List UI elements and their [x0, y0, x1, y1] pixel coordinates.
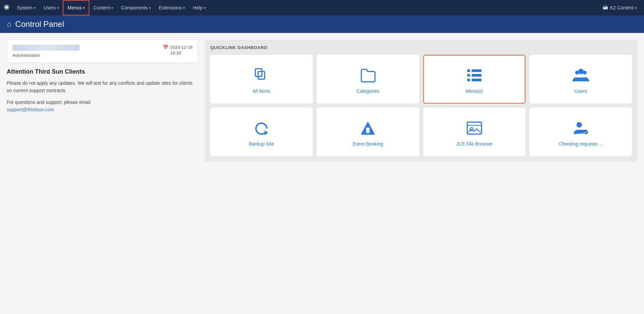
all-items-icon	[253, 67, 270, 84]
menus-label: Menu(s)	[466, 88, 483, 94]
nav-content[interactable]: Content ▾	[89, 0, 117, 15]
users-label: Users	[574, 88, 587, 94]
date-row: 📅 2020-12-16	[163, 45, 193, 50]
page-header: ⌂ Control Panel	[0, 15, 644, 33]
top-navigation: ✳ System ▾ Users ▾ Menus ▾ Content ▾ Com…	[0, 0, 644, 15]
svg-marker-11	[265, 130, 268, 135]
announcement-para1: Please do not apply any updates. We will…	[7, 79, 198, 94]
svg-rect-4	[467, 74, 470, 77]
dash-card-jce-file-browser[interactable]: JCE File Browser	[423, 108, 526, 156]
event-booking-icon	[359, 119, 377, 137]
dash-card-backup-site[interactable]: Backup Site	[210, 108, 313, 156]
svg-point-8	[578, 69, 584, 74]
categories-icon	[359, 67, 377, 84]
svg-rect-5	[472, 74, 481, 77]
dash-card-all-items[interactable]: All Items	[210, 55, 313, 104]
mountain-icon: 🏔	[603, 5, 608, 11]
svg-rect-7	[472, 79, 481, 81]
blurred-user-info	[12, 45, 80, 51]
dash-card-menus[interactable]: Menu(s)	[423, 55, 526, 104]
chevron-down-icon: ▾	[111, 6, 113, 10]
admin-label: Administration	[12, 53, 80, 58]
chevron-down-icon: ▾	[83, 6, 85, 10]
chevron-down-icon: ▾	[149, 6, 151, 10]
nav-help[interactable]: Help ▾	[189, 0, 210, 15]
nav-k2-content[interactable]: 🏔 K2 Content ▾	[599, 0, 641, 15]
date-value: 2020-12-16	[170, 45, 193, 50]
all-items-label: All Items	[253, 88, 271, 94]
chevron-down-icon: ▾	[204, 6, 206, 10]
chevron-down-icon: ▾	[57, 6, 59, 10]
dash-card-categories[interactable]: Categories	[317, 55, 419, 104]
svg-rect-14	[366, 128, 370, 130]
dash-card-checking-requests[interactable]: Checking requests ...	[529, 108, 632, 156]
svg-point-17	[576, 122, 582, 128]
time-row: 14:16	[163, 50, 181, 55]
joomla-logo: ✳	[3, 3, 9, 12]
announcement-title: Attention Third Sun Clients	[7, 68, 198, 75]
svg-rect-6	[467, 79, 470, 81]
dashboard-title: QUICKLINK DASHBOARD	[210, 45, 632, 50]
backup-icon	[253, 119, 270, 137]
checking-requests-icon	[572, 119, 590, 137]
support-email-link[interactable]: support@thirdsun.com	[7, 107, 54, 112]
chevron-down-icon: ▾	[635, 6, 637, 10]
date-section: 📅 2020-12-16 14:16	[163, 45, 193, 55]
categories-label: Categories	[356, 88, 379, 94]
calendar-icon: 📅	[163, 45, 168, 50]
dash-card-event-booking[interactable]: Event Booking	[317, 108, 419, 156]
svg-rect-3	[472, 70, 481, 72]
dashboard-grid: All Items Categories Menu(s	[210, 55, 632, 156]
left-panel: Administration 📅 2020-12-16 14:16 Attent…	[7, 40, 198, 162]
users-icon	[572, 67, 590, 84]
nav-extensions[interactable]: Extensions ▾	[155, 0, 189, 15]
announcement-para2: For questions and support, please email …	[7, 99, 198, 114]
jce-file-browser-label: JCE File Browser	[456, 141, 492, 147]
page-title: Control Panel	[15, 19, 64, 29]
svg-point-10	[583, 71, 586, 75]
time-value: 14:16	[170, 50, 181, 55]
menus-icon	[466, 67, 483, 84]
jce-file-browser-icon	[466, 119, 483, 137]
svg-rect-2	[467, 70, 470, 72]
chevron-down-icon: ▾	[34, 6, 36, 10]
svg-rect-15	[467, 122, 481, 134]
event-booking-label: Event Booking	[353, 141, 383, 147]
main-content: Administration 📅 2020-12-16 14:16 Attent…	[0, 33, 644, 168]
info-card: Administration 📅 2020-12-16 14:16	[7, 40, 198, 63]
backup-site-label: Backup Site	[249, 141, 274, 147]
nav-menus[interactable]: Menus ▾	[63, 0, 89, 15]
announcement-section: Attention Third Sun Clients Please do no…	[7, 68, 198, 114]
dash-card-users[interactable]: Users	[529, 55, 632, 104]
home-icon: ⌂	[7, 20, 11, 29]
user-info-left: Administration	[12, 45, 80, 58]
nav-users[interactable]: Users ▾	[40, 0, 63, 15]
checking-requests-label: Checking requests ...	[559, 141, 603, 147]
nav-components[interactable]: Components ▾	[117, 0, 155, 15]
chevron-down-icon: ▾	[183, 6, 185, 10]
nav-system[interactable]: System ▾	[13, 0, 40, 15]
svg-point-9	[575, 71, 579, 75]
quicklink-dashboard: QUICKLINK DASHBOARD All Items Categories	[205, 40, 637, 162]
